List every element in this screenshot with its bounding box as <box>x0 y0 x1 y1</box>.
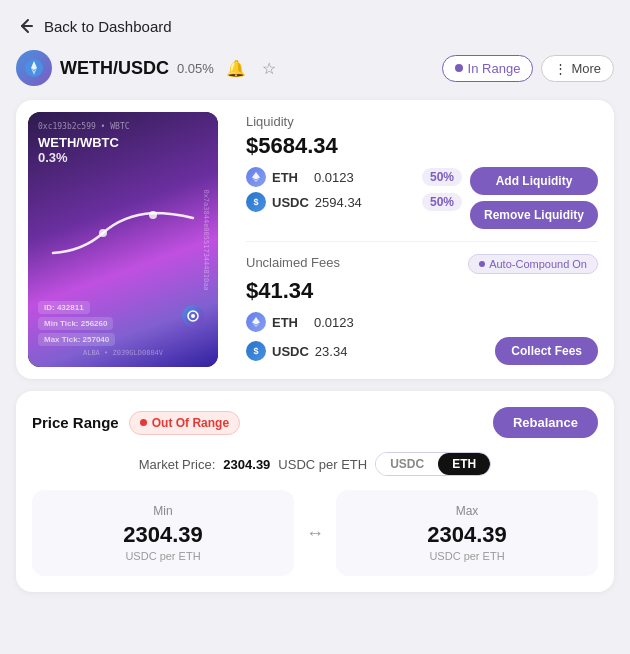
nft-bottom-text: ALBA • Z039GLD0804V <box>38 349 208 357</box>
add-liquidity-button[interactable]: Add Liquidity <box>470 167 598 195</box>
min-price-box: Min 2304.39 USDC per ETH <box>32 490 294 576</box>
rebalance-button[interactable]: Rebalance <box>493 407 598 438</box>
eth-liquidity-amount: 0.0123 <box>314 170 416 185</box>
eth-fees-icon <box>246 312 266 332</box>
usdc-pct-badge: 50% <box>422 193 462 211</box>
token-toggle: USDC ETH <box>375 452 491 476</box>
nft-fee: 0.3% <box>38 150 208 165</box>
liquidity-tokens: ETH 0.0123 50% $ USDC 2594.34 50% <box>246 167 462 217</box>
eth-fees-row: ETH 0.0123 <box>246 312 598 332</box>
more-label: More <box>571 61 601 76</box>
notification-button[interactable]: 🔔 <box>222 57 250 80</box>
back-button[interactable]: Back to Dashboard <box>16 16 172 36</box>
max-price-box: Max 2304.39 USDC per ETH <box>336 490 598 576</box>
liquidity-action-buttons: Add Liquidity Remove Liquidity <box>470 167 598 229</box>
usdc-liquidity-name: USDC <box>272 195 309 210</box>
max-unit: USDC per ETH <box>350 550 584 562</box>
eth-fees-name: ETH <box>272 315 308 330</box>
price-range-left: Price Range Out Of Range <box>32 411 240 435</box>
divider <box>246 241 598 242</box>
back-arrow-icon <box>16 16 36 36</box>
price-range-header: Price Range Out Of Range Rebalance <box>32 407 598 438</box>
fees-header: Unclaimed Fees Auto-Compound On <box>246 254 598 274</box>
price-range-title: Price Range <box>32 414 119 431</box>
star-button[interactable]: ☆ <box>258 57 280 80</box>
fee-badge: 0.05% <box>177 61 214 76</box>
auto-compound-badge: Auto-Compound On <box>468 254 598 274</box>
min-unit: USDC per ETH <box>46 550 280 562</box>
usdc-fees-row: $ USDC 23.34 Collect Fees <box>246 337 598 365</box>
eth-icon <box>246 167 266 187</box>
nft-id-row: ID: 432811 <box>38 301 208 314</box>
fees-section: Unclaimed Fees Auto-Compound On $41.34 E… <box>246 254 598 365</box>
token-logo <box>16 50 52 86</box>
usdc-liquidity-row: $ USDC 2594.34 50% <box>246 192 462 212</box>
min-label: Min <box>46 504 280 518</box>
nft-preview: 0x7a3844e0055173444810aa 0xc193b2c599 • … <box>28 112 218 367</box>
market-price-value: 2304.39 <box>223 457 270 472</box>
remove-liquidity-button[interactable]: Remove Liquidity <box>470 201 598 229</box>
auto-compound-dot <box>479 261 485 267</box>
max-label: Max <box>350 504 584 518</box>
eth-liquidity-row: ETH 0.0123 50% <box>246 167 462 187</box>
price-range-card: Price Range Out Of Range Rebalance Marke… <box>16 391 614 592</box>
in-range-badge: In Range <box>442 55 534 82</box>
usdc-fees-amount: 23.34 <box>315 344 489 359</box>
more-dots-icon: ⋮ <box>554 61 567 76</box>
liquidity-section: Liquidity $5684.34 ETH 0.0123 50% <box>246 114 598 229</box>
nft-max-tick: Max Tick: 257040 <box>38 333 115 346</box>
eth-fees-amount: 0.0123 <box>314 315 598 330</box>
toggle-usdc[interactable]: USDC <box>376 453 438 475</box>
nft-min-tick: Min Tick: 256260 <box>38 317 113 330</box>
arrow-icon: ↔ <box>306 523 324 544</box>
market-price-row: Market Price: 2304.39 USDC per ETH USDC … <box>32 452 598 476</box>
market-price-suffix: USDC per ETH <box>278 457 367 472</box>
collect-fees-button[interactable]: Collect Fees <box>495 337 598 365</box>
usdc-fees-name: USDC <box>272 344 309 359</box>
liquidity-amount: $5684.34 <box>246 133 598 159</box>
price-boxes: Min 2304.39 USDC per ETH ↔ Max 2304.39 U… <box>32 490 598 576</box>
back-button-label: Back to Dashboard <box>44 18 172 35</box>
nft-content: 0xc193b2c599 • WBTC WETH/WBTC 0.3% ID: 4… <box>38 122 208 357</box>
usdc-icon: $ <box>246 192 266 212</box>
nft-bottom: ID: 432811 Min Tick: 256260 Max Tick: 25… <box>38 301 208 357</box>
eth-liquidity-name: ETH <box>272 170 308 185</box>
liquidity-label: Liquidity <box>246 114 598 129</box>
out-of-range-label: Out Of Range <box>152 416 229 430</box>
auto-compound-label: Auto-Compound On <box>489 258 587 270</box>
usdc-fees-icon: $ <box>246 341 266 361</box>
liquidity-top: ETH 0.0123 50% $ USDC 2594.34 50% Add L <box>246 167 598 229</box>
in-range-dot <box>455 64 463 72</box>
header-row: WETH/USDC 0.05% 🔔 ☆ In Range ⋮ More <box>16 50 614 86</box>
nft-max-tick-row: Max Tick: 257040 <box>38 333 208 346</box>
nft-curve <box>38 165 208 301</box>
max-value: 2304.39 <box>350 522 584 548</box>
fees-label: Unclaimed Fees <box>246 255 340 270</box>
in-range-label: In Range <box>468 61 521 76</box>
more-button[interactable]: ⋮ More <box>541 55 614 82</box>
min-value: 2304.39 <box>46 522 280 548</box>
market-price-prefix: Market Price: <box>139 457 216 472</box>
svg-point-2 <box>149 211 157 219</box>
nft-id: ID: 432811 <box>38 301 90 314</box>
nft-top-address: 0xc193b2c599 • WBTC <box>38 122 208 131</box>
nft-pair: WETH/WBTC <box>38 135 208 150</box>
nft-min-tick-row: Min Tick: 256260 <box>38 317 208 330</box>
right-panel: Liquidity $5684.34 ETH 0.0123 50% <box>230 100 614 379</box>
eth-pct-badge: 50% <box>422 168 462 186</box>
usdc-liquidity-amount: 2594.34 <box>315 195 416 210</box>
fees-amount: $41.34 <box>246 278 598 304</box>
main-card: 0x7a3844e0055173444810aa 0xc193b2c599 • … <box>16 100 614 379</box>
svg-point-1 <box>99 229 107 237</box>
out-of-range-badge: Out Of Range <box>129 411 240 435</box>
header-right: In Range ⋮ More <box>442 55 614 82</box>
out-of-range-dot <box>140 419 147 426</box>
header-left: WETH/USDC 0.05% 🔔 ☆ <box>16 50 280 86</box>
pair-name: WETH/USDC <box>60 58 169 79</box>
toggle-eth[interactable]: ETH <box>438 453 490 475</box>
